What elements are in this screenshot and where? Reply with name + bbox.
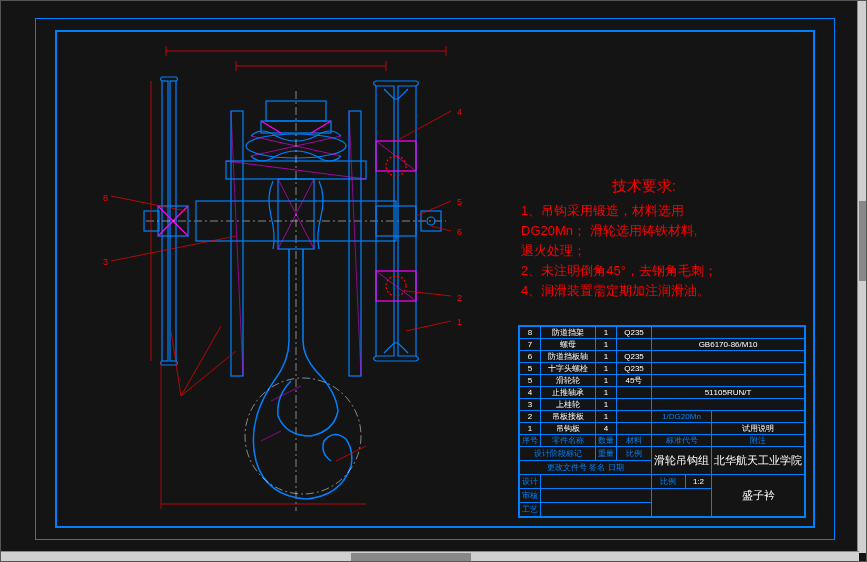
table-row: 2吊板接板11/DG20Mn: [520, 411, 805, 423]
table-row: 3上桂轮1: [520, 399, 805, 411]
institution: 北华航天工业学院: [712, 447, 805, 475]
svg-line-29: [376, 141, 416, 171]
title-block-main: 设计阶段标记 重量 比例 滑轮吊钩组 北华航天工业学院 更改文件号 签名 日期 …: [520, 447, 805, 517]
svg-line-46: [396, 111, 451, 141]
svg-line-42: [111, 236, 236, 261]
drawing-name: 滑轮吊钩组: [652, 447, 712, 475]
table-header-row: 序号 零件名称 数量 材料 标准代号 附注: [520, 435, 805, 447]
table-row: 5十字头螺栓1Q235: [520, 363, 805, 375]
svg-line-41: [111, 196, 186, 211]
svg-line-49: [406, 291, 451, 296]
svg-line-47: [416, 201, 451, 216]
tech-req-title: 技术要求:: [521, 176, 717, 196]
table-row: 8防道挡架1Q235: [520, 327, 805, 339]
mechanical-drawing: [106, 41, 476, 511]
tech-req-line2: DG20Mn； 滑轮选用铸铁材料,: [521, 221, 717, 241]
tech-req-line5: 4、润滑装置需定期加注润滑油。: [521, 281, 717, 301]
technical-requirements: 技术要求: 1、吊钩采用锻造，材料选用 DG20Mn； 滑轮选用铸铁材料, 退火…: [521, 176, 717, 301]
svg-line-38: [271, 386, 301, 401]
svg-point-33: [386, 156, 406, 176]
svg-line-45: [181, 351, 236, 396]
parts-list: 8防道挡架1Q235 7螺母1GB6170-86/M10 6防道挡板轴1Q235…: [520, 327, 805, 447]
scrollbar-thumb-horizontal[interactable]: [351, 553, 471, 561]
author-name: 盛子衿: [712, 475, 805, 517]
vertical-scrollbar[interactable]: [857, 1, 866, 553]
tech-req-line3: 退火处理；: [521, 241, 717, 261]
svg-line-26: [231, 111, 243, 376]
tech-req-line4: 2、未注明倒角45°，去钢角毛刺；: [521, 261, 717, 281]
horizontal-scrollbar[interactable]: [1, 551, 859, 561]
cad-viewer-window: 8 3 4 5 6 2 1 技术要求: 1、吊钩采用锻造，材料选用 DG20Mn…: [0, 0, 867, 562]
table-row: 4止推轴承151105RUN/T: [520, 387, 805, 399]
leader-8: 8: [103, 193, 108, 203]
drawing-canvas[interactable]: 8 3 4 5 6 2 1 技术要求: 1、吊钩采用锻造，材料选用 DG20Mn…: [1, 1, 859, 553]
tech-req-line1: 1、吊钩采用锻造，材料选用: [521, 201, 717, 221]
title-block: 8防道挡架1Q235 7螺母1GB6170-86/M10 6防道挡板轴1Q235…: [518, 325, 806, 518]
leader-2: 2: [457, 293, 462, 303]
table-row: 1吊钩板4试用说明: [520, 423, 805, 435]
scrollbar-thumb-vertical[interactable]: [859, 201, 866, 281]
svg-line-27: [349, 111, 361, 376]
leader-6: 6: [457, 227, 462, 237]
leader-1: 1: [457, 317, 462, 327]
svg-line-43: [181, 326, 221, 396]
svg-line-31: [376, 271, 416, 301]
leader-3: 3: [103, 257, 108, 267]
table-row: 7螺母1GB6170-86/M10: [520, 339, 805, 351]
svg-line-39: [261, 431, 281, 441]
table-row: 5滑轮轮145号: [520, 375, 805, 387]
table-row: 6防道挡板轴1Q235: [520, 351, 805, 363]
leader-4: 4: [457, 107, 462, 117]
leader-5: 5: [457, 197, 462, 207]
svg-line-50: [406, 321, 451, 331]
